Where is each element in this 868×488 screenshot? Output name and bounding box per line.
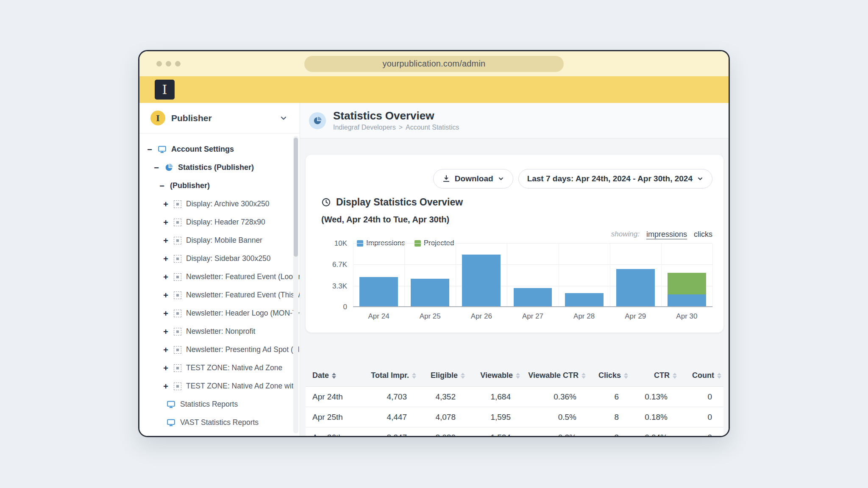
ad-zone-icon — [174, 255, 181, 263]
x-tick-label: Apr 28 — [559, 312, 610, 321]
y-tick-label: 0 — [343, 303, 347, 311]
gridline-vertical — [712, 244, 713, 307]
tree-item[interactable]: −Account Settings — [139, 140, 300, 158]
sort-icon[interactable] — [516, 373, 520, 379]
bar-apr-26 — [462, 255, 501, 307]
y-tick-label: 10K — [334, 239, 347, 248]
expand-toggle-icon[interactable]: + — [162, 273, 169, 281]
sort-icon[interactable] — [332, 373, 336, 379]
column-header-viewable[interactable]: Viewable — [467, 371, 522, 380]
metric-toggle: showing: impressions clicks — [321, 229, 712, 239]
tree-item[interactable]: +Display: Sidebar 300x250 — [139, 250, 300, 268]
page-title: Statistics Overview — [333, 110, 459, 122]
sidebar-scrollbar[interactable] — [293, 136, 298, 433]
chart-baseline — [353, 306, 712, 307]
tree-item[interactable]: +Display: Archive 300x250 — [139, 195, 300, 213]
app-logo-letter: I — [162, 82, 167, 97]
tree-item[interactable]: −Statistics (Publisher) — [139, 158, 300, 177]
tree-item-label: Newsletter: Header Logo (MON-THU — [186, 309, 300, 318]
tree-item[interactable]: VAST Statistics Reports — [139, 413, 300, 432]
expand-toggle-icon[interactable]: + — [162, 382, 169, 391]
sort-icon[interactable] — [581, 373, 586, 379]
nav-tree: −Account Settings−Statistics (Publisher)… — [139, 140, 300, 432]
table-cell: Apr 26th — [306, 433, 356, 436]
window-control-dot[interactable] — [166, 61, 171, 67]
metric-clicks[interactable]: clicks — [694, 230, 712, 239]
tree-item[interactable]: +TEST ZONE: Native Ad Zone with C — [139, 377, 300, 395]
x-tick-label: Apr 30 — [661, 312, 712, 321]
collapse-toggle-icon[interactable]: − — [159, 182, 165, 190]
sidebar: I Publisher −Account Settings−Statistics… — [139, 103, 300, 436]
expand-toggle-icon[interactable]: + — [162, 218, 169, 227]
url-bar[interactable]: yourpublication.com/admin — [304, 56, 564, 72]
ad-zone-icon — [174, 364, 181, 372]
sort-icon[interactable] — [412, 373, 416, 379]
expand-toggle-icon[interactable]: + — [162, 236, 169, 245]
download-icon — [442, 175, 451, 183]
expand-toggle-icon[interactable]: + — [162, 364, 169, 372]
expand-toggle-icon[interactable]: + — [162, 327, 169, 336]
bar-segment-impressions — [359, 277, 398, 307]
app-logo[interactable]: I — [155, 80, 175, 100]
sidebar-scrollbar-thumb[interactable] — [294, 138, 298, 257]
tree-item[interactable]: +Newsletter: Featured Event (This We — [139, 286, 300, 304]
table-cell: 8,247 — [356, 433, 418, 436]
expand-toggle-icon[interactable]: + — [162, 346, 169, 354]
bar-segment-impressions — [616, 269, 655, 307]
publisher-label: Publisher — [171, 113, 212, 123]
publisher-avatar: I — [150, 111, 165, 125]
expand-toggle-icon[interactable]: + — [162, 200, 169, 208]
ad-zone-icon — [174, 237, 181, 244]
tree-item[interactable]: +Display: Header 728x90 — [139, 213, 300, 231]
window-control-dot[interactable] — [175, 61, 181, 67]
tree-item[interactable]: Statistics Reports — [139, 395, 300, 413]
table-cell: 0.36% — [522, 392, 587, 402]
column-header-eligible[interactable]: Eligible — [418, 371, 467, 380]
sort-icon[interactable] — [673, 373, 677, 379]
tree-item[interactable]: −(Publisher) — [139, 177, 300, 195]
sort-icon[interactable] — [461, 373, 465, 379]
sort-icon[interactable] — [624, 373, 628, 379]
column-header-ctr[interactable]: CTR — [630, 371, 679, 380]
column-header-total-impr-[interactable]: Total Impr. — [356, 371, 418, 380]
collapse-toggle-icon[interactable]: − — [146, 145, 153, 154]
column-header-count[interactable]: Count — [679, 371, 723, 380]
expand-toggle-icon[interactable]: + — [162, 309, 169, 318]
tree-item[interactable]: +Newsletter: Nonprofit — [139, 322, 300, 341]
metric-impressions[interactable]: impressions — [646, 230, 687, 239]
bar-chart: ImpressionsProjected 03.3K6.7K10K Apr 24… — [321, 244, 712, 321]
download-button[interactable]: Download — [433, 169, 513, 189]
table-cell: 0 — [679, 413, 723, 422]
browser-chrome: yourpublication.com/admin — [139, 51, 729, 76]
column-header-viewable-ctr[interactable]: Viewable CTR — [522, 371, 587, 380]
column-header-date[interactable]: Date — [306, 371, 356, 380]
x-tick-label: Apr 24 — [353, 312, 404, 321]
table-cell: 0.18% — [630, 413, 679, 422]
ad-zone-icon — [174, 200, 181, 208]
sort-icon[interactable] — [717, 373, 721, 379]
chart-heading-row: Display Statistics Overview — [321, 195, 712, 209]
expand-toggle-icon[interactable]: + — [162, 255, 169, 263]
date-range-button[interactable]: Last 7 days: Apr 24th, 2024 - Apr 30th, … — [518, 169, 712, 189]
ad-zone-icon — [174, 273, 181, 281]
tree-item[interactable]: +Newsletter: Featured Event (Looking — [139, 268, 300, 286]
publisher-selector[interactable]: I Publisher — [139, 103, 300, 133]
chart-subheading: (Wed, Apr 24th to Tue, Apr 30th) — [321, 215, 712, 227]
window-control-dot[interactable] — [156, 61, 162, 67]
tree-item-label: VAST Statistics Reports — [180, 418, 259, 427]
table-cell: 1,534 — [467, 433, 522, 436]
column-header-clicks[interactable]: Clicks — [587, 371, 630, 380]
tree-item[interactable]: +TEST ZONE: Native Ad Zone — [139, 359, 300, 377]
breadcrumb-link[interactable]: Indiegraf Developers — [333, 124, 396, 131]
card-toolbar: Download Last 7 days: Apr 24th, 2024 - A… — [321, 169, 712, 189]
table-cell: 8,080 — [418, 433, 467, 436]
tree-item[interactable]: +Display: Mobile Banner — [139, 231, 300, 250]
tree-item-label: Newsletter: Nonprofit — [186, 327, 255, 336]
collapse-toggle-icon[interactable]: − — [153, 164, 160, 172]
tree-item[interactable]: +Newsletter: Header Logo (MON-THU — [139, 304, 300, 322]
showing-label: showing: — [611, 230, 640, 238]
tree-item-label: (Publisher) — [170, 181, 210, 190]
expand-toggle-icon[interactable]: + — [162, 291, 169, 299]
tree-item[interactable]: +Newsletter: Presenting Ad Spot (MC — [139, 341, 300, 359]
sidebar-tree-container: −Account Settings−Statistics (Publisher)… — [139, 133, 300, 436]
